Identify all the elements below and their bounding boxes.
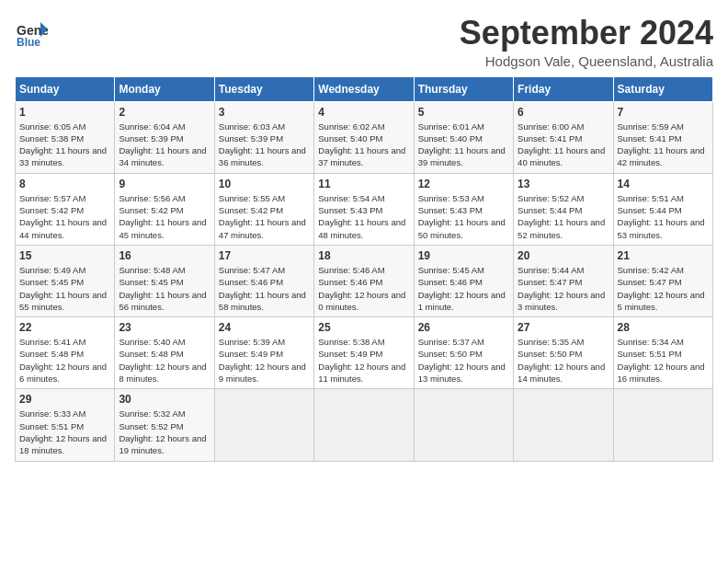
logo-icon: General Blue: [15, 15, 48, 48]
daylight-label: Daylight: 12 hours and 13 minutes.: [418, 362, 506, 384]
day-number: 25: [318, 321, 409, 334]
day-number: 7: [618, 106, 709, 119]
day-number: 10: [219, 178, 310, 190]
daylight-label: Daylight: 11 hours and 34 minutes.: [119, 145, 206, 167]
day-info: Sunrise: 5:34 AM Sunset: 5:51 PM Dayligh…: [618, 336, 709, 385]
sunset-label: Sunset: 5:43 PM: [418, 205, 483, 215]
day-info: Sunrise: 5:33 AM Sunset: 5:51 PM Dayligh…: [19, 408, 110, 456]
day-cell: 24 Sunrise: 5:39 AM Sunset: 5:49 PM Dayl…: [214, 317, 313, 389]
sunset-label: Sunset: 5:48 PM: [119, 349, 183, 359]
sunset-label: Sunset: 5:50 PM: [518, 349, 582, 359]
daylight-label: Daylight: 12 hours and 18 minutes.: [19, 433, 107, 455]
sunrise-label: Sunrise: 5:52 AM: [518, 193, 584, 203]
empty-cell: [514, 389, 613, 461]
day-info: Sunrise: 5:45 AM Sunset: 5:46 PM Dayligh…: [418, 264, 509, 313]
empty-cell: [414, 389, 513, 461]
day-info: Sunrise: 5:57 AM Sunset: 5:42 PM Dayligh…: [19, 192, 110, 241]
daylight-label: Daylight: 12 hours and 1 minute.: [418, 290, 506, 312]
day-number: 4: [318, 106, 409, 119]
day-info: Sunrise: 6:02 AM Sunset: 5:40 PM Dayligh…: [318, 121, 409, 169]
sunrise-label: Sunrise: 5:57 AM: [19, 193, 85, 203]
daylight-label: Daylight: 11 hours and 45 minutes.: [119, 217, 206, 239]
empty-cell: [214, 389, 313, 461]
sunset-label: Sunset: 5:42 PM: [219, 205, 283, 215]
daylight-label: Daylight: 12 hours and 16 minutes.: [618, 362, 705, 384]
day-cell: 1 Sunrise: 6:05 AM Sunset: 5:38 PM Dayli…: [16, 101, 115, 173]
day-number: 27: [518, 321, 609, 334]
day-number: 6: [518, 106, 609, 119]
sunset-label: Sunset: 5:47 PM: [518, 277, 582, 287]
title-block: September 2024 Hodgson Vale, Queensland,…: [460, 15, 713, 69]
day-number: 18: [318, 249, 409, 262]
sunrise-label: Sunrise: 5:55 AM: [219, 193, 285, 203]
sunset-label: Sunset: 5:49 PM: [318, 349, 382, 359]
day-cell: 21 Sunrise: 5:42 AM Sunset: 5:47 PM Dayl…: [613, 245, 712, 316]
sunrise-label: Sunrise: 5:32 AM: [119, 408, 185, 419]
day-info: Sunrise: 5:41 AM Sunset: 5:48 PM Dayligh…: [19, 336, 110, 385]
sunrise-label: Sunrise: 5:56 AM: [119, 193, 185, 203]
day-number: 5: [418, 106, 509, 119]
day-number: 16: [119, 249, 210, 262]
header-tuesday: Tuesday: [214, 76, 313, 101]
day-info: Sunrise: 5:54 AM Sunset: 5:43 PM Dayligh…: [318, 192, 409, 241]
daylight-label: Daylight: 12 hours and 9 minutes.: [219, 362, 306, 384]
day-number: 14: [618, 178, 709, 190]
day-number: 3: [219, 106, 310, 119]
sunset-label: Sunset: 5:40 PM: [318, 133, 382, 144]
day-info: Sunrise: 5:48 AM Sunset: 5:45 PM Dayligh…: [119, 264, 210, 313]
day-info: Sunrise: 5:37 AM Sunset: 5:50 PM Dayligh…: [418, 336, 509, 385]
day-number: 24: [219, 321, 310, 334]
day-cell: 2 Sunrise: 6:04 AM Sunset: 5:39 PM Dayli…: [115, 101, 214, 173]
month-title: September 2024: [460, 15, 713, 52]
daylight-label: Daylight: 11 hours and 56 minutes.: [119, 290, 206, 312]
day-cell: 16 Sunrise: 5:48 AM Sunset: 5:45 PM Dayl…: [115, 245, 214, 316]
sunrise-label: Sunrise: 5:45 AM: [418, 265, 484, 275]
day-cell: 11 Sunrise: 5:54 AM Sunset: 5:43 PM Dayl…: [314, 173, 414, 245]
sunrise-label: Sunrise: 5:42 AM: [618, 265, 684, 275]
logo: General Blue: [15, 15, 48, 48]
day-cell: 14 Sunrise: 5:51 AM Sunset: 5:44 PM Dayl…: [613, 173, 712, 245]
daylight-label: Daylight: 11 hours and 36 minutes.: [219, 145, 306, 167]
calendar-row: 1 Sunrise: 6:05 AM Sunset: 5:38 PM Dayli…: [16, 101, 713, 173]
sunset-label: Sunset: 5:49 PM: [219, 349, 283, 359]
day-number: 26: [418, 321, 509, 334]
sunset-label: Sunset: 5:39 PM: [119, 133, 183, 144]
day-info: Sunrise: 6:05 AM Sunset: 5:38 PM Dayligh…: [19, 121, 110, 169]
sunset-label: Sunset: 5:45 PM: [119, 277, 183, 287]
day-number: 13: [518, 178, 609, 190]
sunset-label: Sunset: 5:38 PM: [19, 133, 84, 144]
sunrise-label: Sunrise: 5:34 AM: [618, 337, 684, 347]
day-cell: 15 Sunrise: 5:49 AM Sunset: 5:45 PM Dayl…: [16, 245, 115, 316]
sunrise-label: Sunrise: 5:38 AM: [318, 337, 384, 347]
day-number: 23: [119, 321, 210, 334]
day-cell: 26 Sunrise: 5:37 AM Sunset: 5:50 PM Dayl…: [414, 317, 513, 389]
day-info: Sunrise: 6:04 AM Sunset: 5:39 PM Dayligh…: [119, 121, 210, 169]
header-saturday: Saturday: [613, 76, 712, 101]
daylight-label: Daylight: 11 hours and 58 minutes.: [219, 290, 306, 312]
day-number: 28: [618, 321, 709, 334]
sunset-label: Sunset: 5:47 PM: [618, 277, 682, 287]
sunrise-label: Sunrise: 5:33 AM: [19, 408, 85, 419]
sunrise-label: Sunrise: 5:39 AM: [219, 337, 285, 347]
day-cell: 10 Sunrise: 5:55 AM Sunset: 5:42 PM Dayl…: [214, 173, 313, 245]
daylight-label: Daylight: 11 hours and 47 minutes.: [219, 217, 306, 239]
day-info: Sunrise: 5:52 AM Sunset: 5:44 PM Dayligh…: [518, 192, 609, 241]
calendar-row: 8 Sunrise: 5:57 AM Sunset: 5:42 PM Dayli…: [16, 173, 713, 245]
day-cell: 18 Sunrise: 5:46 AM Sunset: 5:46 PM Dayl…: [314, 245, 414, 316]
sunrise-label: Sunrise: 5:51 AM: [618, 193, 684, 203]
header-thursday: Thursday: [414, 76, 513, 101]
day-cell: 13 Sunrise: 5:52 AM Sunset: 5:44 PM Dayl…: [514, 173, 613, 245]
day-info: Sunrise: 5:53 AM Sunset: 5:43 PM Dayligh…: [418, 192, 509, 241]
sunset-label: Sunset: 5:40 PM: [418, 133, 483, 144]
day-number: 21: [618, 249, 709, 262]
daylight-label: Daylight: 11 hours and 33 minutes.: [19, 145, 107, 167]
sunrise-label: Sunrise: 6:03 AM: [219, 121, 285, 132]
day-number: 19: [418, 249, 509, 262]
day-info: Sunrise: 5:42 AM Sunset: 5:47 PM Dayligh…: [618, 264, 709, 313]
day-cell: 30 Sunrise: 5:32 AM Sunset: 5:52 PM Dayl…: [115, 389, 214, 461]
sunset-label: Sunset: 5:42 PM: [119, 205, 183, 215]
daylight-label: Daylight: 11 hours and 53 minutes.: [618, 217, 705, 239]
daylight-label: Daylight: 12 hours and 0 minutes.: [318, 290, 405, 312]
day-cell: 27 Sunrise: 5:35 AM Sunset: 5:50 PM Dayl…: [514, 317, 613, 389]
sunrise-label: Sunrise: 6:04 AM: [119, 121, 185, 132]
